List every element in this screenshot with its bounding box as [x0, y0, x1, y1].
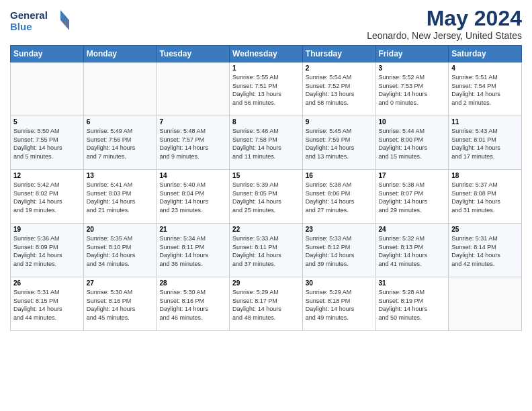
- day-number: 25: [451, 226, 519, 233]
- calendar-cell: 11Sunrise: 5:43 AMSunset: 8:01 PMDayligh…: [449, 116, 522, 170]
- day-number: 4: [451, 64, 519, 72]
- day-info: Sunrise: 5:33 AMSunset: 8:11 PMDaylight:…: [232, 234, 300, 268]
- calendar-cell: 23Sunrise: 5:33 AMSunset: 8:12 PMDayligh…: [302, 224, 375, 277]
- calendar-cell: 13Sunrise: 5:41 AMSunset: 8:03 PMDayligh…: [83, 170, 157, 224]
- day-info: Sunrise: 5:54 AMSunset: 7:52 PMDaylight:…: [306, 73, 373, 107]
- calendar-cell: 14Sunrise: 5:40 AMSunset: 8:04 PMDayligh…: [157, 170, 230, 224]
- day-number: 11: [451, 118, 519, 126]
- day-info: Sunrise: 5:36 AMSunset: 8:09 PMDaylight:…: [13, 234, 81, 268]
- day-info: Sunrise: 5:50 AMSunset: 7:55 PMDaylight:…: [13, 127, 81, 161]
- day-number: 20: [87, 226, 154, 233]
- day-info: Sunrise: 5:35 AMSunset: 8:10 PMDaylight:…: [87, 234, 154, 268]
- day-info: Sunrise: 5:38 AMSunset: 8:06 PMDaylight:…: [306, 181, 373, 214]
- logo-area: General Blue: [10, 7, 71, 38]
- calendar-cell: 27Sunrise: 5:30 AMSunset: 8:16 PMDayligh…: [83, 277, 157, 331]
- day-number: 10: [379, 118, 446, 126]
- calendar-cell: 28Sunrise: 5:30 AMSunset: 8:16 PMDayligh…: [157, 277, 230, 331]
- calendar-week-4: 19Sunrise: 5:36 AMSunset: 8:09 PMDayligh…: [11, 224, 522, 277]
- svg-text:Blue: Blue: [10, 21, 32, 32]
- day-info: Sunrise: 5:49 AMSunset: 7:56 PMDaylight:…: [87, 127, 154, 161]
- calendar-cell: 2Sunrise: 5:54 AMSunset: 7:52 PMDaylight…: [302, 62, 375, 116]
- day-number: 13: [87, 172, 154, 179]
- calendar-cell: 8Sunrise: 5:46 AMSunset: 7:58 PMDaylight…: [230, 116, 303, 170]
- calendar-title: May 2024: [367, 7, 522, 30]
- day-number: 8: [232, 118, 300, 126]
- day-info: Sunrise: 5:40 AMSunset: 8:04 PMDaylight:…: [159, 181, 226, 214]
- day-info: Sunrise: 5:45 AMSunset: 7:59 PMDaylight:…: [306, 127, 373, 161]
- day-number: 17: [379, 172, 446, 179]
- header-sunday: Sunday: [11, 46, 84, 62]
- day-info: Sunrise: 5:48 AMSunset: 7:57 PMDaylight:…: [159, 127, 226, 161]
- header: General Blue May 2024 Leonardo, New Jers…: [10, 7, 522, 41]
- calendar-cell: 17Sunrise: 5:38 AMSunset: 8:07 PMDayligh…: [375, 170, 449, 224]
- day-number: 30: [306, 279, 373, 287]
- day-info: Sunrise: 5:52 AMSunset: 7:53 PMDaylight:…: [379, 73, 446, 107]
- day-info: Sunrise: 5:33 AMSunset: 8:12 PMDaylight:…: [306, 234, 373, 268]
- day-info: Sunrise: 5:38 AMSunset: 8:07 PMDaylight:…: [379, 181, 446, 214]
- day-number: 6: [87, 118, 154, 126]
- calendar-cell: 21Sunrise: 5:34 AMSunset: 8:11 PMDayligh…: [157, 224, 230, 277]
- calendar-cell: [449, 277, 522, 331]
- calendar-cell: 30Sunrise: 5:29 AMSunset: 8:18 PMDayligh…: [302, 277, 375, 331]
- calendar-cell: 7Sunrise: 5:48 AMSunset: 7:57 PMDaylight…: [157, 116, 230, 170]
- day-info: Sunrise: 5:31 AMSunset: 8:14 PMDaylight:…: [451, 234, 519, 268]
- day-info: Sunrise: 5:30 AMSunset: 8:16 PMDaylight:…: [159, 288, 226, 322]
- svg-text:General: General: [10, 9, 48, 21]
- day-number: 12: [13, 172, 81, 179]
- day-number: 16: [306, 172, 373, 179]
- day-info: Sunrise: 5:44 AMSunset: 8:00 PMDaylight:…: [379, 127, 446, 161]
- header-friday: Friday: [375, 46, 449, 62]
- calendar-cell: 20Sunrise: 5:35 AMSunset: 8:10 PMDayligh…: [83, 224, 157, 277]
- calendar-cell: 22Sunrise: 5:33 AMSunset: 8:11 PMDayligh…: [230, 224, 303, 277]
- day-number: 3: [379, 64, 446, 72]
- weekday-header-row: Sunday Monday Tuesday Wednesday Thursday…: [11, 46, 522, 62]
- day-info: Sunrise: 5:29 AMSunset: 8:17 PMDaylight:…: [232, 288, 300, 322]
- calendar-cell: 3Sunrise: 5:52 AMSunset: 7:53 PMDaylight…: [375, 62, 449, 116]
- day-number: 28: [159, 279, 226, 287]
- day-number: 1: [232, 64, 300, 72]
- day-number: 26: [13, 279, 81, 287]
- calendar-week-3: 12Sunrise: 5:42 AMSunset: 8:02 PMDayligh…: [11, 170, 522, 224]
- day-number: 19: [13, 226, 81, 233]
- day-info: Sunrise: 5:43 AMSunset: 8:01 PMDaylight:…: [451, 127, 519, 161]
- day-number: 14: [159, 172, 226, 179]
- header-wednesday: Wednesday: [230, 46, 303, 62]
- calendar-cell: 31Sunrise: 5:28 AMSunset: 8:19 PMDayligh…: [375, 277, 449, 331]
- day-info: Sunrise: 5:34 AMSunset: 8:11 PMDaylight:…: [159, 234, 226, 268]
- calendar-cell: 10Sunrise: 5:44 AMSunset: 8:00 PMDayligh…: [375, 116, 449, 170]
- calendar-week-1: 1Sunrise: 5:55 AMSunset: 7:51 PMDaylight…: [11, 62, 522, 116]
- calendar-cell: 24Sunrise: 5:32 AMSunset: 8:13 PMDayligh…: [375, 224, 449, 277]
- header-monday: Monday: [83, 46, 157, 62]
- calendar-cell: 16Sunrise: 5:38 AMSunset: 8:06 PMDayligh…: [302, 170, 375, 224]
- calendar-cell: 12Sunrise: 5:42 AMSunset: 8:02 PMDayligh…: [11, 170, 84, 224]
- day-info: Sunrise: 5:32 AMSunset: 8:13 PMDaylight:…: [379, 234, 446, 268]
- calendar-cell: [83, 62, 157, 116]
- day-info: Sunrise: 5:30 AMSunset: 8:16 PMDaylight:…: [87, 288, 154, 322]
- calendar-week-2: 5Sunrise: 5:50 AMSunset: 7:55 PMDaylight…: [11, 116, 522, 170]
- svg-marker-2: [60, 10, 69, 20]
- day-number: 21: [159, 226, 226, 233]
- calendar-cell: 6Sunrise: 5:49 AMSunset: 7:56 PMDaylight…: [83, 116, 157, 170]
- header-tuesday: Tuesday: [157, 46, 230, 62]
- calendar-subtitle: Leonardo, New Jersey, United States: [367, 30, 522, 41]
- calendar-table: Sunday Monday Tuesday Wednesday Thursday…: [10, 45, 522, 331]
- day-number: 29: [232, 279, 300, 287]
- day-number: 5: [13, 118, 81, 126]
- calendar-cell: 4Sunrise: 5:51 AMSunset: 7:54 PMDaylight…: [449, 62, 522, 116]
- logo: General Blue: [10, 7, 71, 38]
- day-number: 27: [87, 279, 154, 287]
- day-info: Sunrise: 5:55 AMSunset: 7:51 PMDaylight:…: [232, 73, 300, 107]
- day-number: 31: [379, 279, 446, 287]
- day-number: 18: [451, 172, 519, 179]
- calendar-cell: 1Sunrise: 5:55 AMSunset: 7:51 PMDaylight…: [230, 62, 303, 116]
- day-info: Sunrise: 5:28 AMSunset: 8:19 PMDaylight:…: [379, 288, 446, 322]
- day-info: Sunrise: 5:41 AMSunset: 8:03 PMDaylight:…: [87, 181, 154, 214]
- day-info: Sunrise: 5:42 AMSunset: 8:02 PMDaylight:…: [13, 181, 81, 214]
- title-area: May 2024 Leonardo, New Jersey, United St…: [367, 7, 522, 41]
- day-number: 22: [232, 226, 300, 233]
- header-thursday: Thursday: [302, 46, 375, 62]
- calendar-cell: 18Sunrise: 5:37 AMSunset: 8:08 PMDayligh…: [449, 170, 522, 224]
- calendar-cell: 26Sunrise: 5:31 AMSunset: 8:15 PMDayligh…: [11, 277, 84, 331]
- day-info: Sunrise: 5:46 AMSunset: 7:58 PMDaylight:…: [232, 127, 300, 161]
- svg-marker-3: [60, 20, 69, 30]
